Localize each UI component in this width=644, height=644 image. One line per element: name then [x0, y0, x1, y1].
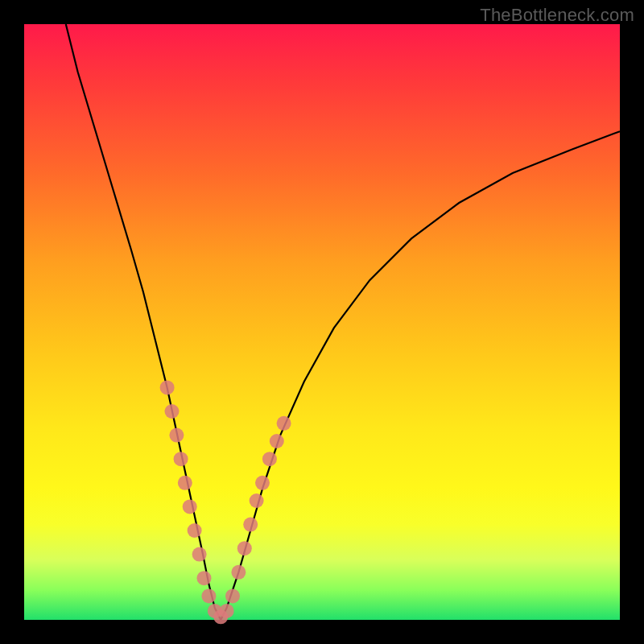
curve-marker	[220, 604, 234, 618]
curve-marker	[225, 588, 240, 603]
curve-marker	[237, 541, 252, 555]
curve-marker	[174, 452, 188, 466]
curve-marker	[192, 547, 207, 562]
curve-marker	[165, 404, 180, 419]
curve-marker	[250, 493, 264, 508]
chart-svg	[24, 24, 620, 620]
curve-marker	[183, 499, 197, 514]
curve-marker	[178, 476, 192, 490]
plot-area	[24, 24, 620, 620]
chart-frame: TheBottleneck.com	[0, 0, 644, 644]
marker-group	[160, 380, 291, 624]
watermark-text: TheBottleneck.com	[480, 5, 634, 26]
curve-marker	[262, 452, 277, 466]
curve-marker	[197, 571, 212, 585]
curve-marker	[169, 428, 184, 443]
curve-marker	[255, 476, 270, 490]
curve-marker	[231, 565, 246, 580]
curve-marker	[160, 380, 175, 394]
curve-marker	[277, 416, 291, 431]
curve-marker	[201, 588, 216, 603]
curve-marker	[270, 434, 284, 448]
curve-marker	[188, 523, 202, 538]
bottleneck-curve	[66, 24, 620, 620]
curve-marker	[243, 518, 258, 532]
